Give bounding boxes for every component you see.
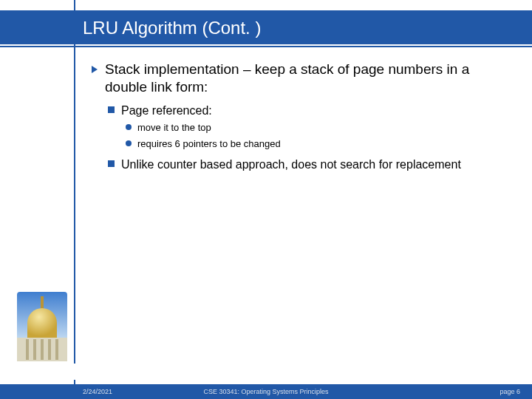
footer-bar: 2/24/2021 CSE 30341: Operating Systems P… (0, 384, 532, 399)
triangle-bullet-icon (92, 66, 98, 73)
square-bullet-icon (108, 160, 115, 167)
footer-page: page 6 (499, 388, 520, 395)
body-text: Unlike counter based approach, does not … (121, 157, 510, 173)
logo-column (26, 339, 29, 360)
circle-bullet-icon (126, 140, 132, 146)
logo-column (41, 339, 44, 360)
logo-column (33, 339, 36, 360)
rule-break (66, 364, 83, 380)
circle-bullet-icon (126, 124, 132, 130)
bullet-level1: Stack implementation – keep a stack of p… (92, 61, 510, 96)
body-text: Stack implementation – keep a stack of p… (105, 61, 510, 96)
bullet-level3: requires 6 pointers to be changed (126, 137, 510, 151)
logo-column (55, 339, 58, 360)
slide-body: Stack implementation – keep a stack of p… (92, 61, 510, 176)
bullet-level2: Page referenced: (108, 103, 510, 119)
body-text: move it to the top (137, 121, 510, 134)
square-bullet-icon (108, 106, 115, 113)
slide: LRU Algorithm (Cont. ) Stack implementat… (0, 0, 532, 399)
title-underline (0, 46, 532, 47)
bullet-level3: move it to the top (126, 121, 510, 134)
logo-column (48, 339, 51, 360)
bullet-level2: Unlike counter based approach, does not … (108, 157, 510, 173)
body-text: Page referenced: (121, 103, 510, 119)
dome-logo (17, 292, 67, 366)
footer-course: CSE 30341: Operating Systems Principles (0, 388, 532, 395)
slide-title: LRU Algorithm (Cont. ) (83, 18, 261, 38)
logo-dome (27, 308, 57, 338)
body-text: requires 6 pointers to be changed (137, 137, 510, 151)
title-bar: LRU Algorithm (Cont. ) (0, 10, 532, 44)
vertical-rule (74, 0, 75, 399)
